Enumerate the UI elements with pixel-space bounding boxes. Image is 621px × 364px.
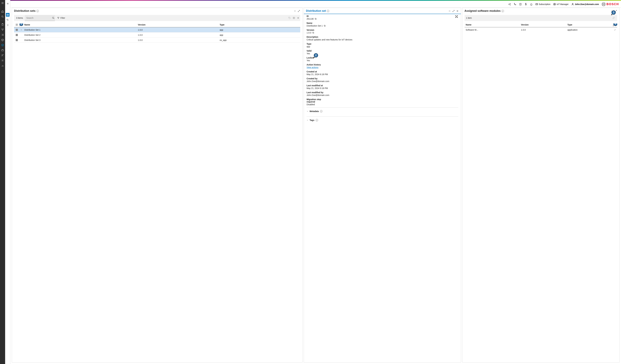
- info-icon[interactable]: i: [327, 10, 329, 12]
- brand-logo[interactable]: BOSCH: [602, 2, 619, 6]
- svg-point-21: [7, 19, 7, 20]
- row-version: 1.0.0: [137, 38, 219, 43]
- share-icon[interactable]: [508, 3, 511, 6]
- row-checkbox[interactable]: [16, 39, 18, 41]
- section-icon[interactable]: §: [524, 3, 527, 6]
- col-name[interactable]: Name: [465, 22, 520, 27]
- panel-assigned-modules: Assigned software modules i 3 1 item Nam…: [462, 8, 620, 363]
- col-type[interactable]: Type: [566, 22, 613, 27]
- col-version[interactable]: Version: [137, 22, 219, 27]
- created-by-label: Created by: [307, 77, 458, 80]
- svg-point-11: [2, 60, 3, 61]
- col-version[interactable]: Version: [520, 22, 566, 27]
- info-icon[interactable]: i: [36, 10, 39, 12]
- info-icon[interactable]: i: [316, 119, 318, 121]
- locked-label: Locked: [307, 57, 458, 59]
- unlink-icon: [613, 28, 617, 32]
- view-actions-link[interactable]: View actions: [307, 66, 318, 69]
- search-icon[interactable]: [1, 15, 4, 18]
- expand-icon[interactable]: [452, 10, 455, 12]
- expand-icon[interactable]: [297, 10, 300, 12]
- locked-value: Yes: [307, 59, 458, 62]
- search-icon[interactable]: [52, 16, 55, 19]
- row-checkbox[interactable]: [16, 29, 18, 31]
- svg-rect-19: [7, 15, 9, 15]
- col-name[interactable]: Name: [23, 22, 137, 27]
- row-type: application: [566, 28, 613, 32]
- search-box[interactable]: [25, 15, 55, 21]
- toolbox-icon[interactable]: [1, 49, 4, 52]
- tags-accordion[interactable]: Tags i: [307, 118, 458, 122]
- svg-rect-20: [7, 15, 9, 16]
- submenu-icon[interactable]: [6, 2, 10, 5]
- grid-view-icon[interactable]: [6, 13, 10, 16]
- bell-icon[interactable]: [530, 3, 533, 6]
- callout-4: 4: [613, 24, 617, 26]
- copy-icon[interactable]: [315, 18, 317, 20]
- created-at-label: Created at: [307, 70, 458, 73]
- svg-line-26: [509, 4, 510, 4]
- iot-manager-link[interactable]: IoT Manager: [553, 3, 569, 6]
- chart-icon[interactable]: [1, 64, 4, 67]
- phone-icon[interactable]: [514, 3, 516, 6]
- user-menu[interactable]: John.Doe@domain.com: [571, 3, 599, 6]
- menu-icon[interactable]: [1, 1, 4, 4]
- filter-icon[interactable]: [1, 28, 4, 31]
- copy-icon[interactable]: [312, 32, 314, 34]
- svg-rect-47: [315, 18, 316, 20]
- close-icon[interactable]: [456, 10, 459, 12]
- tools-icon[interactable]: [455, 15, 458, 18]
- filter-button[interactable]: Filter: [55, 17, 67, 19]
- select-all-checkbox[interactable]: [16, 24, 18, 26]
- minimize-icon[interactable]: [448, 10, 451, 12]
- callout-3: 3: [611, 10, 616, 15]
- migration-value: Disabled: [307, 103, 458, 106]
- metadata-accordion[interactable]: Metadata i: [307, 109, 458, 113]
- home-icon[interactable]: [1, 10, 4, 13]
- info-icon[interactable]: i: [501, 10, 504, 12]
- panel-distribution-sets: Distribution sets i 3 items Fil: [12, 8, 303, 363]
- row-type: app: [218, 28, 300, 32]
- svg-point-34: [572, 3, 573, 4]
- flow-icon[interactable]: [1, 33, 4, 36]
- valid-value: Yes: [307, 52, 458, 55]
- table-row[interactable]: Distribution Set 2 1.0.0 app: [14, 32, 300, 38]
- cube-icon[interactable]: [1, 38, 4, 41]
- clipboard-icon[interactable]: [1, 23, 4, 26]
- tags-label: Tags: [310, 119, 314, 121]
- person-icon[interactable]: [1, 54, 4, 57]
- svg-rect-9: [1, 50, 4, 51]
- row-type: os_app: [218, 38, 300, 43]
- panel2-title: Distribution set: [306, 9, 326, 13]
- add-action-icon[interactable]: [296, 16, 300, 20]
- version-value: 1.0.0: [307, 32, 311, 34]
- table-row[interactable]: Distribution Set 3 1.0.0 os_app: [14, 38, 300, 43]
- book-icon[interactable]: [519, 3, 522, 6]
- name-value: Distribution Set 1: [307, 25, 323, 27]
- last-modified-by-label: Last modified by: [307, 91, 458, 94]
- created-by-value: John.Doe@domain.com: [307, 80, 458, 82]
- description-label: Description: [307, 36, 458, 38]
- settings-action-icon[interactable]: [292, 16, 296, 20]
- row-checkbox[interactable]: [16, 34, 18, 36]
- copy-icon[interactable]: [324, 25, 326, 27]
- cube-alt-icon[interactable]: [1, 44, 4, 47]
- row-version: 1.0.0: [137, 32, 219, 37]
- row-name: Distribution Set 2: [23, 32, 137, 37]
- item-count: 3 items: [14, 17, 25, 19]
- search-input[interactable]: [25, 16, 52, 19]
- subscription-link[interactable]: Subscription: [535, 3, 551, 6]
- gear-side-icon[interactable]: [6, 23, 10, 27]
- tag-side-icon[interactable]: [6, 18, 10, 22]
- svg-point-39: [289, 17, 289, 18]
- gear-icon[interactable]: [1, 59, 4, 62]
- info-icon[interactable]: i: [320, 110, 322, 112]
- col-type[interactable]: Type: [218, 22, 300, 27]
- distribution-sets-table: 1 Name Version Type Distribution Set 1 1…: [14, 22, 300, 43]
- svg-point-10: [2, 55, 3, 55]
- minimize-icon[interactable]: [293, 10, 296, 12]
- svg-point-3: [2, 16, 3, 17]
- table-row[interactable]: Distribution Set 1 1.0.0 app: [14, 27, 300, 32]
- table-row[interactable]: Software M... 1.0.0 application: [465, 27, 617, 32]
- valid-label: Valid: [307, 50, 458, 52]
